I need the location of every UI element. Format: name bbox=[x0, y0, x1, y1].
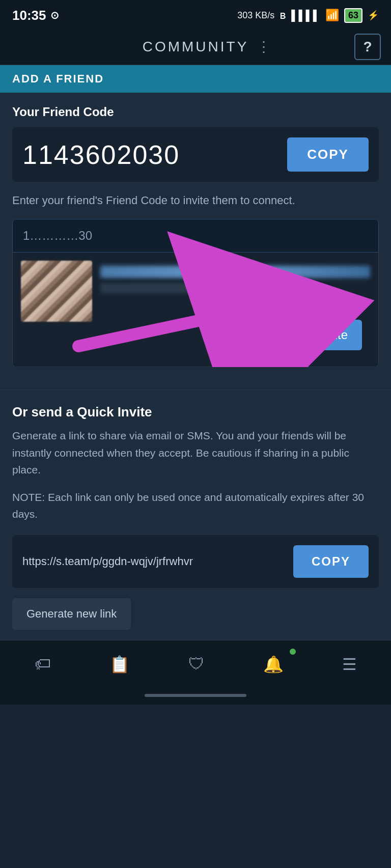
copy-invite-link-button[interactable]: COPY bbox=[293, 545, 369, 578]
nav-title: COMMUNITY bbox=[143, 39, 249, 55]
generate-new-link-button[interactable]: Generate new link bbox=[12, 598, 131, 630]
status-time: 10:35 ⊙ bbox=[12, 8, 59, 23]
invite-link-text: https://s.team/p/ggdn-wqjv/jrfrwhvr bbox=[22, 554, 285, 570]
quick-invite-section: Or send a Quick Invite Generate a link t… bbox=[0, 390, 391, 640]
wifi-icon: 📶 bbox=[325, 9, 339, 22]
result-username-blurred bbox=[100, 266, 370, 278]
send-invite-row: Send Invite bbox=[21, 328, 370, 358]
data-speed: 303 KB/s bbox=[237, 10, 274, 21]
status-bar: 10:35 ⊙ 303 KB/s ʙ ▌▌▌▌ 📶 63 ⚡ bbox=[0, 0, 391, 29]
menu-icon: ☰ bbox=[342, 655, 357, 674]
home-bar bbox=[145, 694, 246, 697]
nav-item-menu[interactable]: ☰ bbox=[332, 651, 367, 678]
notification-icon: 🔔 bbox=[263, 655, 284, 674]
result-info-blurred bbox=[100, 283, 289, 293]
send-invite-button[interactable]: Send Invite bbox=[272, 320, 362, 350]
invite-area: Send Invite bbox=[12, 219, 379, 367]
signal-icon: ▌▌▌▌ bbox=[291, 10, 320, 21]
result-avatar bbox=[21, 261, 92, 322]
friend-code-number: 1143602030 bbox=[22, 139, 180, 170]
time-display: 10:35 bbox=[12, 8, 46, 23]
tag-icon: 🏷 bbox=[35, 655, 51, 674]
bottom-nav: 🏷 📋 🛡 🔔 ☰ bbox=[0, 640, 391, 686]
notification-badge bbox=[290, 649, 296, 655]
search-result-area: Send Invite bbox=[12, 253, 379, 367]
friend-code-box: 1143602030 COPY bbox=[12, 127, 379, 182]
section-header-text: ADD A FRIEND bbox=[12, 72, 104, 85]
copy-friend-code-button[interactable]: COPY bbox=[287, 137, 369, 172]
top-nav: COMMUNITY ⋮ ? bbox=[0, 29, 391, 65]
quick-invite-description: Generate a link to share via email or SM… bbox=[12, 427, 379, 479]
whatsapp-icon: ⊙ bbox=[50, 9, 59, 21]
charging-icon: ⚡ bbox=[368, 10, 379, 21]
list-icon: 📋 bbox=[109, 655, 130, 674]
more-options-button[interactable]: ⋮ bbox=[257, 38, 271, 55]
nav-item-list[interactable]: 📋 bbox=[99, 651, 140, 678]
quick-invite-title: Or send a Quick Invite bbox=[12, 404, 379, 420]
status-icons: 303 KB/s ʙ ▌▌▌▌ 📶 63 ⚡ bbox=[237, 8, 379, 23]
section-header: ADD A FRIEND bbox=[0, 65, 391, 93]
friend-code-input-wrapper bbox=[12, 219, 379, 253]
invite-description: Enter your friend's Friend Code to invit… bbox=[12, 192, 379, 209]
invite-link-box: https://s.team/p/ggdn-wqjv/jrfrwhvr COPY bbox=[12, 535, 379, 588]
nav-item-shield[interactable]: 🛡 bbox=[178, 651, 215, 678]
home-indicator bbox=[0, 686, 391, 705]
help-button[interactable]: ? bbox=[354, 34, 381, 60]
battery-indicator: 63 bbox=[344, 8, 362, 23]
battery-level: 63 bbox=[348, 10, 358, 20]
shield-icon: 🛡 bbox=[188, 655, 205, 674]
friend-code-label: Your Friend Code bbox=[12, 105, 379, 119]
quick-invite-note: NOTE: Each link can only be used once an… bbox=[12, 489, 379, 523]
main-content: Your Friend Code 1143602030 COPY Enter y… bbox=[0, 93, 391, 389]
bluetooth-icon: ʙ bbox=[280, 9, 286, 22]
nav-item-tag[interactable]: 🏷 bbox=[24, 651, 61, 678]
friend-code-input[interactable] bbox=[23, 229, 368, 243]
nav-item-notification[interactable]: 🔔 bbox=[253, 651, 294, 678]
